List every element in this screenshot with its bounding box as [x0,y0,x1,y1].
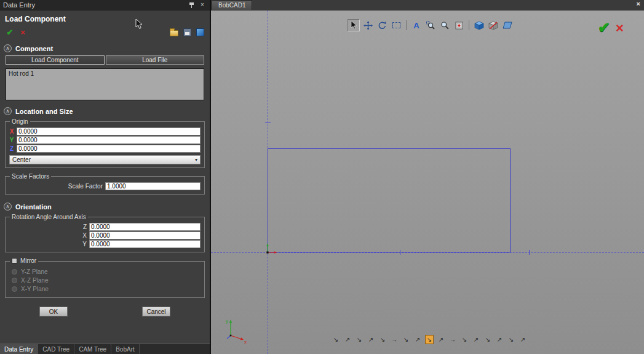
viewport-canvas[interactable]: y x [211,10,644,354]
document-close-icon[interactable]: × [637,1,640,7]
apply-button[interactable]: ✔ [4,26,15,38]
panel-titlebar: Data Entry × [0,0,210,10]
snap-icon-9-active[interactable]: ↘ [425,335,434,344]
scale-factor-input[interactable] [105,182,201,190]
svg-text:y: y [226,318,228,324]
list-item[interactable]: Hot rod 1 [7,70,203,78]
pan-tool-icon[interactable] [362,19,374,31]
load-component-dialog: Load Component ✔ × ∧ Component Load Comp… [0,10,210,354]
open-file-icon[interactable] [169,26,180,38]
document-titlebar: BobCAD1 × [211,0,644,10]
snap-icon-8[interactable]: ↗ [413,335,422,344]
snap-icon-17[interactable]: ↗ [519,335,527,344]
mirror-group-label: Mirror [10,257,38,265]
rotation-x-input[interactable] [89,231,201,239]
mirror-option-yz: Y-Z Plane [12,268,198,275]
snap-icon-5[interactable]: ↘ [378,335,387,344]
select-tool-button[interactable] [348,19,360,31]
origin-x-input[interactable] [17,127,201,135]
mirror-label: Mirror [20,257,36,264]
snap-icon-15[interactable]: ↗ [495,335,504,344]
radio-label: X-Z Plane [21,277,48,284]
scale-group-label: Scale Factors [10,173,51,180]
svg-text:x: x [244,339,247,344]
rotation-z-label: Z [9,223,87,230]
snap-icon-3[interactable]: ↘ [355,335,364,344]
rotation-group: Rotation Angle Around Axis Z X Y [5,214,205,252]
origin-group: Origin X Y Z Center ▾ [5,118,205,168]
snap-icon-12[interactable]: ↘ [460,335,469,344]
load-component-button[interactable]: Load Component [6,55,105,65]
origin-y-input[interactable] [17,136,201,144]
rotation-x-label: X [9,232,87,239]
snap-icon-11[interactable]: → [448,335,457,344]
snap-icon-1[interactable]: ↘ [332,335,340,344]
panel-close-icon[interactable]: × [198,1,207,9]
rotation-y-row: Y [9,240,201,248]
radio-yz-plane[interactable] [12,269,17,275]
load-file-button[interactable]: Load File [106,55,205,65]
window-select-icon[interactable] [390,19,402,31]
radio-xz-plane[interactable] [12,278,17,283]
cancel-button[interactable]: Cancel [142,307,170,316]
snap-filter-toolbar: ↘ ↗ ↘ ↗ ↘ → ↘ ↗ ↘ ↗ → ↘ ↗ ↘ ↗ ↘ ↗ [332,335,527,344]
translucent-view-icon[interactable] [501,19,514,31]
tab-data-entry[interactable]: Data Entry [0,344,38,354]
snap-icon-2[interactable]: ↗ [343,335,352,344]
section-header-component[interactable]: ∧ Component [0,40,210,54]
confirm-operation-icon[interactable]: ✔ [598,19,610,36]
radio-xy-plane[interactable] [12,286,17,292]
origin-x-row: X [9,127,201,135]
scale-factor-label: Scale Factor [9,183,103,190]
snap-icon-6[interactable]: → [390,335,399,344]
mirror-option-xy: X-Y Plane [12,286,198,292]
snap-icon-7[interactable]: ↘ [402,335,410,344]
tab-cad-tree[interactable]: CAD Tree [38,344,74,354]
mirror-option-xz: X-Z Plane [12,277,198,284]
rotation-z-input[interactable] [89,223,201,231]
shaded-view-icon[interactable] [473,19,485,31]
cancel-button-icon[interactable]: × [17,26,28,38]
pin-icon[interactable] [187,1,196,9]
snap-icon-14[interactable]: ↘ [483,335,492,344]
origin-z-input[interactable] [17,145,201,153]
display-options-icon[interactable] [194,26,205,38]
snap-icon-13[interactable]: ↗ [472,335,480,344]
radio-label: X-Y Plane [21,286,49,292]
snap-icon-4[interactable]: ↗ [367,335,375,344]
snap-icon-16[interactable]: ↘ [507,335,515,344]
anchor-dropdown[interactable]: Center ▾ [9,155,201,164]
origin-z-row: Z [9,145,201,153]
mirror-group: Mirror Y-Z Plane X-Z Plane X-Y Plane [5,257,205,298]
mirror-checkbox[interactable] [12,258,17,263]
rotate-view-icon[interactable] [376,19,388,31]
component-list[interactable]: Hot rod 1 [6,68,204,100]
origin-group-label: Origin [10,118,30,125]
text-select-icon[interactable]: A [410,19,423,31]
collapse-icon: ∧ [4,203,12,211]
ok-button[interactable]: OK [39,307,68,316]
section-header-location-size[interactable]: ∧ Location and Size [0,103,210,117]
anchor-selected-value: Center [12,156,195,163]
cancel-operation-icon[interactable]: × [616,20,624,36]
rotation-y-input[interactable] [89,240,201,248]
view-toolbar: A [348,18,514,33]
tab-cam-tree[interactable]: CAM Tree [74,344,111,354]
collapse-icon: ∧ [4,44,12,52]
axis-z-label: Z [9,145,14,152]
hide-entity-icon[interactable] [487,19,499,31]
toolbar-separator [469,20,469,30]
zoom-tool-icon[interactable] [439,19,451,31]
zoom-extents-icon[interactable] [453,19,465,31]
zoom-window-icon[interactable] [424,19,437,31]
snap-icon-10[interactable]: ↗ [437,335,445,344]
save-file-icon[interactable] [181,26,193,38]
section-header-orientation[interactable]: ∧ Orientation [0,198,210,212]
document-tab[interactable]: BobCAD1 [212,0,252,10]
tab-bobart[interactable]: BobArt [111,344,140,354]
radio-label: Y-Z Plane [21,268,48,275]
scale-factors-group: Scale Factors Scale Factor [5,173,205,195]
panel-tab-bar: Data Entry CAD Tree CAM Tree BobArt [0,344,210,354]
sketch-rectangle [268,148,511,252]
collapse-icon: ∧ [4,107,12,115]
